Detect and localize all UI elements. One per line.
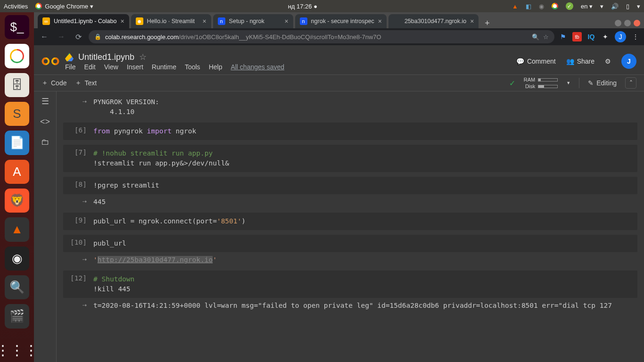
tab-title: 25ba3010d477.ngrok.io	[405, 18, 466, 25]
ext-iq-icon[interactable]: IQ	[586, 32, 596, 41]
launcher-sublime[interactable]: S	[5, 102, 29, 126]
colab-logo-icon[interactable]	[41, 52, 59, 70]
launcher-brave[interactable]: 🦁	[5, 189, 29, 213]
tray-check-icon[interactable]: ✓	[566, 2, 573, 10]
browser-tab-0[interactable]: ∞ Untitled1.ipynb - Colabo ×	[38, 14, 129, 28]
code-content[interactable]: from pyngrok import ngrok	[93, 126, 196, 136]
nav-forward-button: →	[55, 30, 68, 43]
cell-9[interactable]: [9] publ_url = ngrok.connect(port='8501'…	[63, 213, 637, 230]
extensions-puzzle-icon[interactable]: ✦	[601, 32, 610, 41]
power-menu-icon[interactable]: ▾	[637, 3, 640, 10]
code-content[interactable]: # !nohub streamlit run app.py !streamlit…	[93, 148, 229, 168]
colab-avatar[interactable]: J	[621, 54, 636, 69]
launcher-files[interactable]: 🗄	[5, 73, 29, 97]
notebook-filename[interactable]: Untitled1.ipynb	[78, 52, 134, 62]
launcher-camera[interactable]: ◉	[5, 247, 29, 271]
chrome-menu-icon[interactable]: ⋮	[631, 32, 640, 41]
tab-close-icon[interactable]: ×	[202, 17, 206, 25]
menu-help[interactable]: Help	[209, 63, 223, 71]
tab-title: ngrok - secure introspec	[311, 18, 374, 25]
zoom-icon[interactable]: 🔍	[532, 33, 539, 41]
launcher-magnifier[interactable]: 🔍	[5, 275, 29, 299]
resource-dropdown-icon[interactable]: ▼	[566, 81, 570, 85]
code-content[interactable]: # Shutdown !kill 445	[93, 274, 134, 294]
address-bar[interactable]: 🔒 colab.research.google.com/drive/1oOBC8…	[89, 30, 554, 43]
save-status[interactable]: All changes saved	[231, 63, 284, 71]
menu-runtime[interactable]: Runtime	[152, 63, 176, 71]
cell-8[interactable]: [8] !pgrep streamlit ⇢ 445	[63, 177, 637, 208]
tray-vlc-icon[interactable]: ▲	[512, 3, 518, 10]
browser-tab-4[interactable]: 25ba3010d477.ngrok.io ×	[388, 14, 479, 28]
star-icon[interactable]: ☆	[139, 52, 147, 62]
share-button[interactable]: 👥Share	[566, 58, 594, 65]
menu-bar: File Edit View Insert Runtime Tools Help…	[65, 63, 284, 71]
tray-app-icon[interactable]: ◧	[526, 3, 531, 10]
notebook-cells[interactable]: ⇢ PYNGROK VERSION: 4.1.10 [6] from pyngr…	[57, 91, 644, 362]
window-controls	[611, 20, 644, 28]
nav-back-button[interactable]: ←	[38, 30, 51, 43]
collapse-header-button[interactable]: ˄	[625, 77, 636, 89]
browser-tab-2[interactable]: n Setup - ngrok ×	[213, 14, 293, 28]
cell-12[interactable]: [12] # Shutdown !kill 445 ⇢ t=2020-08-16…	[63, 271, 637, 312]
settings-icon[interactable]: ⚙	[605, 58, 611, 65]
code-content[interactable]: publ_url	[93, 239, 126, 248]
cell-10[interactable]: [10] publ_url ⇢ 'http://25ba3010d477.ngr…	[63, 235, 637, 266]
activities-button[interactable]: Activities	[4, 3, 28, 10]
launcher-apps-grid[interactable]: ⋮⋮⋮	[5, 338, 29, 362]
launcher-vlc[interactable]: ▲	[5, 217, 29, 241]
bookmark-star-icon[interactable]: ☆	[543, 33, 549, 41]
menu-insert[interactable]: Insert	[127, 63, 143, 71]
tray-circle-icon[interactable]: ◉	[539, 3, 544, 10]
window-minimize[interactable]	[615, 20, 621, 26]
volume-icon[interactable]: 🔊	[611, 3, 619, 10]
output-indicator-icon[interactable]: ⇢	[70, 301, 87, 309]
cell-6[interactable]: [6] from pyngrok import ngrok	[63, 123, 637, 140]
output-text: 445	[93, 197, 106, 207]
new-tab-button[interactable]: +	[480, 18, 494, 28]
launcher-chrome[interactable]	[5, 44, 29, 68]
add-code-button[interactable]: ＋ Code	[41, 79, 66, 87]
snippets-icon[interactable]: <>	[40, 117, 50, 127]
editing-mode-button[interactable]: ✎Editing	[588, 79, 617, 87]
output-indicator-icon[interactable]: ⇢	[70, 97, 87, 106]
browser-tab-3[interactable]: n ngrok - secure introspec ×	[295, 14, 387, 28]
profile-avatar[interactable]: J	[615, 31, 626, 42]
launcher-writer[interactable]: 📄	[5, 131, 29, 155]
code-content[interactable]: publ_url = ngrok.connect(port='8501')	[93, 216, 246, 226]
output-indicator-icon[interactable]: ⇢	[70, 255, 87, 263]
tab-close-icon[interactable]: ×	[284, 17, 288, 25]
ext-red-icon[interactable]: tb	[572, 32, 582, 41]
colab-app: Untitled1.ipynb ☆ File Edit View Insert …	[34, 45, 644, 362]
browser-tab-1[interactable]: ☻ Hello.io · Streamlit ×	[131, 14, 211, 28]
window-close[interactable]	[634, 20, 640, 26]
menu-view[interactable]: View	[104, 63, 118, 71]
network-icon[interactable]: ▾	[600, 3, 603, 10]
tab-close-icon[interactable]: ×	[378, 17, 382, 25]
clock[interactable]: нд 17:26 ●	[93, 3, 512, 10]
window-maximize[interactable]	[624, 20, 631, 26]
output-indicator-icon[interactable]: ⇢	[70, 197, 87, 206]
comment-button[interactable]: 💬Comment	[516, 58, 556, 65]
tab-close-icon[interactable]: ×	[470, 17, 474, 25]
menu-tools[interactable]: Tools	[185, 63, 200, 71]
files-icon[interactable]: 🗀	[41, 137, 50, 147]
menu-edit[interactable]: Edit	[84, 63, 96, 71]
battery-icon[interactable]: ▯	[626, 3, 629, 10]
ext-flag-icon[interactable]: ⚑	[558, 32, 568, 41]
menu-file[interactable]: File	[65, 63, 76, 71]
tab-strip: ∞ Untitled1.ipynb - Colabo × ☻ Hello.io …	[34, 12, 644, 28]
nav-reload-button[interactable]: ⟳	[72, 30, 85, 43]
cell-8-output: ⇢ 445	[63, 194, 637, 208]
toc-icon[interactable]: ☰	[41, 96, 49, 107]
code-content[interactable]: !pgrep streamlit	[93, 181, 159, 190]
launcher-video[interactable]: 🎬	[5, 304, 29, 328]
launcher-terminal[interactable]: $_	[5, 15, 29, 39]
add-text-button[interactable]: ＋ Text	[75, 79, 97, 87]
resource-monitor[interactable]: RAM Disk	[524, 77, 558, 89]
language-indicator[interactable]: en ▾	[581, 3, 593, 10]
tray-chrome-icon[interactable]	[552, 3, 558, 9]
cell-7[interactable]: [7] # !nohub streamlit run app.py !strea…	[63, 145, 637, 172]
launcher-software[interactable]: A	[5, 160, 29, 184]
tab-close-icon[interactable]: ×	[120, 17, 124, 25]
app-menu[interactable]: Google Chrome ▾	[35, 3, 93, 10]
